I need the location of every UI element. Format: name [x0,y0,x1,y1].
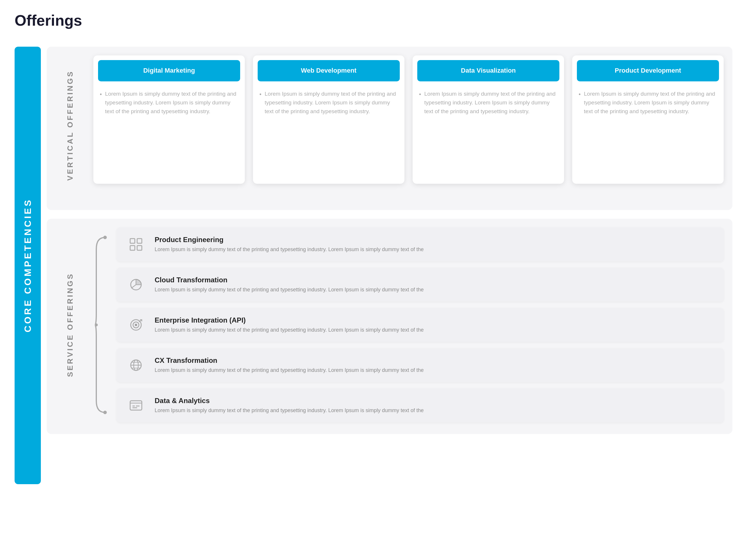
svg-rect-4 [137,239,142,243]
service-item-cloud-transformation: Cloud Transformation Lorem Ipsum is simp… [117,268,724,301]
service-text-cx-transformation: CX Transformation Lorem Ipsum is simply … [155,356,715,374]
core-competencies-bar: CORE COMPETENCIES [15,47,41,484]
service-desc-cx-transformation: Lorem Ipsum is simply dummy text of the … [155,366,715,374]
main-layout: CORE COMPETENCIES VERTICAL OFFERINGS Dig… [15,47,732,484]
card-header-label-digital-marketing: Digital Marketing [143,67,195,74]
offering-card-digital-marketing: Digital Marketing Lorem Ipsum is simply … [93,55,245,184]
service-title-data-analytics: Data & Analytics [155,397,715,405]
card-body-digital-marketing: Lorem Ipsum is simply dummy text of the … [93,81,245,184]
svg-rect-5 [130,246,135,250]
svg-rect-6 [137,246,142,250]
card-body-web-development: Lorem Ipsum is simply dummy text of the … [253,81,405,184]
brace-area [93,228,111,422]
card-header-digital-marketing: Digital Marketing [98,60,240,81]
service-title-product-engineering: Product Engineering [155,236,715,244]
service-title-enterprise-integration: Enterprise Integration (API) [155,316,715,324]
offering-card-web-development: Web Development Lorem Ipsum is simply du… [253,55,405,184]
offering-card-data-visualization: Data Visualization Lorem Ipsum is simply… [413,55,564,184]
offering-card-product-development: Product Development Lorem Ipsum is simpl… [572,55,724,184]
right-section: VERTICAL OFFERINGS Digital Marketing Lor… [47,47,732,484]
core-competencies-label: CORE COMPETENCIES [23,198,33,332]
svg-rect-3 [130,239,135,243]
service-desc-enterprise-integration: Lorem Ipsum is simply dummy text of the … [155,326,715,334]
card-header-product-development: Product Development [577,60,719,81]
service-item-data-analytics: Data & Analytics Lorem Ipsum is simply d… [117,389,724,422]
card-header-label-product-development: Product Development [615,67,681,74]
svg-point-13 [135,324,137,326]
card-body-text-product-development: Lorem Ipsum is simply dummy text of the … [578,89,717,116]
card-header-data-visualization: Data Visualization [417,60,559,81]
service-desc-data-analytics: Lorem Ipsum is simply dummy text of the … [155,407,715,415]
service-item-cx-transformation: CX Transformation Lorem Ipsum is simply … [117,348,724,382]
vertical-offerings-section: VERTICAL OFFERINGS Digital Marketing Lor… [47,47,732,210]
service-offerings-label: SERVICE OFFERINGS [66,273,75,377]
target-icon [126,314,147,336]
card-body-product-development: Lorem Ipsum is simply dummy text of the … [572,81,724,184]
vertical-offerings-label-wrap: VERTICAL OFFERINGS [55,55,85,195]
service-item-enterprise-integration: Enterprise Integration (API) Lorem Ipsum… [117,308,724,342]
service-items-list: Product Engineering Lorem Ipsum is simpl… [117,228,724,422]
svg-rect-20 [130,401,142,410]
pie-icon [126,274,147,295]
service-item-product-engineering: Product Engineering Lorem Ipsum is simpl… [117,228,724,261]
card-body-text-data-visualization: Lorem Ipsum is simply dummy text of the … [419,89,558,116]
svg-point-0 [95,323,98,326]
card-header-label-web-development: Web Development [301,67,356,74]
service-offerings-label-wrap: SERVICE OFFERINGS [55,228,85,422]
page-title: Offerings [15,12,732,29]
service-text-data-analytics: Data & Analytics Lorem Ipsum is simply d… [155,397,715,415]
card-header-web-development: Web Development [258,60,400,81]
grid-icon [126,234,147,255]
card-header-label-data-visualization: Data Visualization [461,67,516,74]
service-text-product-engineering: Product Engineering Lorem Ipsum is simpl… [155,236,715,254]
service-desc-cloud-transformation: Lorem Ipsum is simply dummy text of the … [155,286,715,294]
card-body-text-digital-marketing: Lorem Ipsum is simply dummy text of the … [100,89,238,116]
service-list-wrap: Product Engineering Lorem Ipsum is simpl… [93,228,724,422]
svg-line-10 [131,285,136,288]
globe-icon [126,355,147,376]
service-text-cloud-transformation: Cloud Transformation Lorem Ipsum is simp… [155,276,715,294]
service-offerings-section: SERVICE OFFERINGS [47,219,732,434]
svg-point-1 [103,236,107,239]
vertical-offerings-label: VERTICAL OFFERINGS [66,70,75,181]
card-body-text-web-development: Lorem Ipsum is simply dummy text of the … [259,89,398,116]
service-title-cloud-transformation: Cloud Transformation [155,276,715,284]
service-title-cx-transformation: CX Transformation [155,356,715,365]
card-body-data-visualization: Lorem Ipsum is simply dummy text of the … [413,81,564,184]
svg-point-2 [103,411,107,414]
service-desc-product-engineering: Lorem Ipsum is simply dummy text of the … [155,246,715,254]
service-text-enterprise-integration: Enterprise Integration (API) Lorem Ipsum… [155,316,715,334]
code-icon [126,395,147,416]
cards-row: Digital Marketing Lorem Ipsum is simply … [93,55,724,195]
